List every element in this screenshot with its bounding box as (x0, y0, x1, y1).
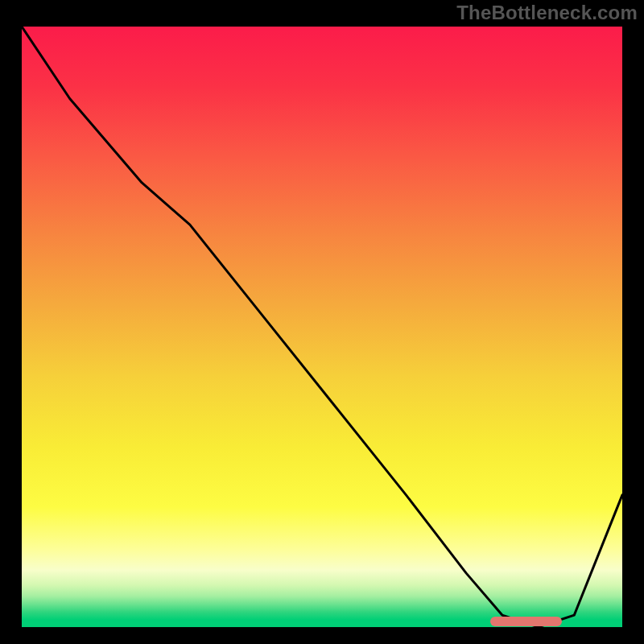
chart-plot-area (19, 24, 625, 630)
bottleneck-curve (22, 27, 622, 627)
watermark-text: TheBottleneck.com (456, 2, 638, 24)
optimum-marker (490, 617, 563, 626)
chart-frame: TheBottleneck.com (0, 0, 644, 644)
